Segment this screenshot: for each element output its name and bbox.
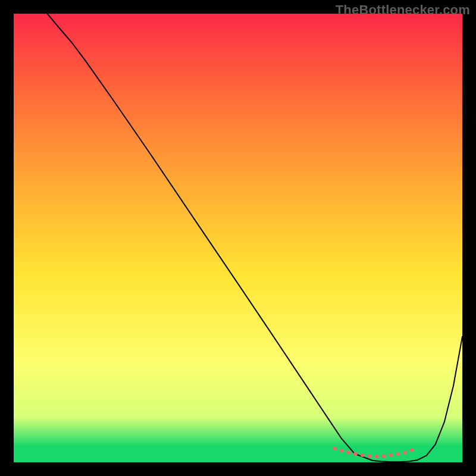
chart-svg bbox=[14, 14, 462, 462]
svg-rect-0 bbox=[14, 14, 462, 462]
plot-area bbox=[14, 14, 462, 462]
watermark-text: TheBottlenecker.com bbox=[336, 2, 470, 18]
chart-container: TheBottlenecker.com bbox=[0, 0, 476, 476]
